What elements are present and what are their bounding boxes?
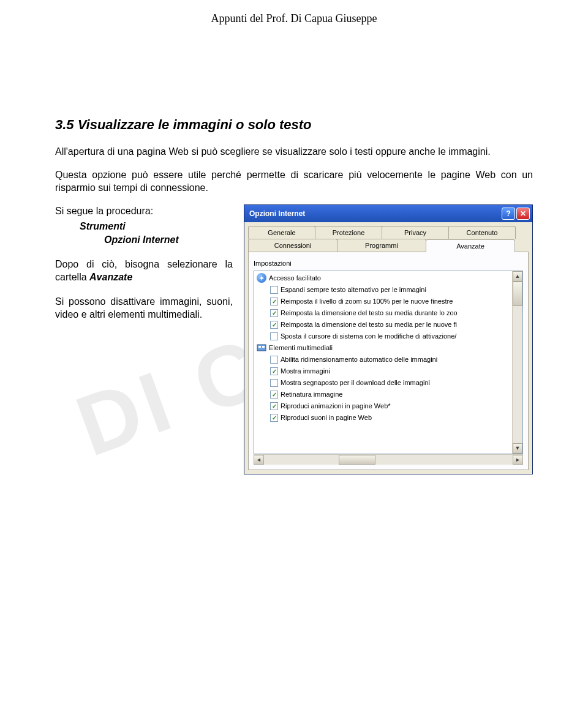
- tree-item[interactable]: Abilita ridimensionamento automatico del…: [254, 354, 512, 365]
- checkbox[interactable]: ✓: [270, 309, 278, 317]
- tree-group: ✦Accesso facilitato: [254, 272, 512, 284]
- tree-item-label: Mostra segnaposto per il download delle …: [281, 379, 430, 386]
- procedure-menu-2: Opzioni Internet: [55, 233, 233, 247]
- tree-item-label: Riproduci suoni in pagine Web: [281, 414, 372, 421]
- dialog-titlebar[interactable]: Opzioni Internet ? ✕: [244, 205, 532, 222]
- internet-options-dialog: Opzioni Internet ? ✕ Generale Protezione…: [244, 204, 533, 474]
- settings-listbox[interactable]: ✦Accesso facilitatoEspandi sempre testo …: [254, 271, 523, 454]
- tree-item-label: Sposta il cursore di sistema con le modi…: [281, 332, 456, 340]
- tree-group: Elementi multimediali: [254, 342, 512, 354]
- step-3: Si possono disattivare immagini, suoni, …: [55, 295, 233, 321]
- checkbox[interactable]: [270, 356, 278, 364]
- multimedia-icon: [257, 343, 266, 353]
- hscroll-thumb[interactable]: [339, 455, 375, 465]
- tab-protezione[interactable]: Protezione: [315, 226, 382, 239]
- tree-item-label: Riproduci animazioni in pagine Web*: [281, 402, 391, 410]
- scroll-left-button[interactable]: ◄: [254, 455, 264, 465]
- svg-rect-2: [262, 346, 265, 348]
- procedure-intro: Si segue la procedura:: [55, 204, 233, 218]
- vertical-scrollbar[interactable]: ▲ ▼: [512, 271, 522, 454]
- checkbox[interactable]: ✓: [270, 391, 278, 399]
- checkbox[interactable]: ✓: [270, 298, 278, 305]
- scroll-down-button[interactable]: ▼: [513, 443, 522, 454]
- tree-item[interactable]: ✓Reimposta la dimensione del testo su me…: [254, 307, 512, 319]
- step-2-bold: Avanzate: [89, 272, 132, 282]
- paragraph-2: Questa opzione può essere utile perché p…: [55, 168, 533, 195]
- tab-strip: Generale Protezione Privacy Contenuto Co…: [244, 222, 532, 252]
- accessibility-icon: ✦: [257, 273, 266, 283]
- checkbox[interactable]: ✓: [270, 414, 278, 422]
- procedure-menu-1: Strumenti: [55, 220, 233, 233]
- tab-privacy[interactable]: Privacy: [382, 226, 449, 239]
- tree-item-label: Reimposta il livello di zoom su 100% per…: [281, 298, 453, 305]
- step-2-text: Dopo di ciò, bisogna selezionare la cart…: [55, 259, 233, 283]
- tree-item[interactable]: Espandi sempre testo alternativo per le …: [254, 284, 512, 296]
- horizontal-scrollbar[interactable]: ◄ ►: [254, 454, 523, 465]
- svg-rect-1: [258, 346, 261, 348]
- checkbox[interactable]: ✓: [270, 367, 278, 375]
- tab-contenuto[interactable]: Contenuto: [448, 226, 516, 239]
- scroll-up-button[interactable]: ▲: [513, 271, 522, 282]
- tab-generale[interactable]: Generale: [248, 226, 315, 239]
- checkbox[interactable]: [270, 332, 278, 340]
- scroll-right-button[interactable]: ►: [513, 455, 523, 465]
- close-button[interactable]: ✕: [516, 208, 530, 220]
- help-button[interactable]: ?: [502, 208, 515, 220]
- page-header: Appunti del Prof. Di Capua Giuseppe: [0, 0, 588, 25]
- dialog-title: Opzioni Internet: [249, 209, 305, 218]
- section-title: 3.5 Visualizzare le immagini o solo test…: [55, 117, 533, 133]
- tab-connessioni[interactable]: Connessioni: [248, 239, 337, 252]
- settings-group-label: Impostazioni: [254, 260, 523, 267]
- tree-group-label: Accesso facilitato: [269, 274, 321, 282]
- step-2: Dopo di ciò, bisogna selezionare la cart…: [55, 258, 233, 284]
- tree-item-label: Retinatura immagine: [281, 391, 343, 398]
- tree-item[interactable]: Sposta il cursore di sistema con le modi…: [254, 331, 512, 342]
- checkbox[interactable]: ✓: [270, 321, 278, 329]
- checkbox[interactable]: ✓: [270, 402, 278, 410]
- tree-item-label: Mostra immagini: [281, 367, 330, 375]
- tab-programmi[interactable]: Programmi: [337, 239, 426, 252]
- tab-avanzate[interactable]: Avanzate: [426, 239, 515, 252]
- tree-item[interactable]: ✓Riproduci suoni in pagine Web: [254, 412, 512, 424]
- tab-panel-avanzate: Impostazioni ✦Accesso facilitatoEspandi …: [248, 252, 529, 470]
- checkbox[interactable]: [270, 379, 278, 387]
- tree-item-label: Espandi sempre testo alternativo per le …: [281, 286, 426, 293]
- tree-item[interactable]: ✓Riproduci animazioni in pagine Web*: [254, 400, 512, 412]
- tree-item[interactable]: ✓Mostra immagini: [254, 365, 512, 377]
- tree-group-label: Elementi multimediali: [269, 344, 333, 351]
- checkbox[interactable]: [270, 286, 278, 294]
- tree-item[interactable]: ✓Reimposta la dimensione del testo su me…: [254, 319, 512, 331]
- tree-item[interactable]: ✓Reimposta il livello di zoom su 100% pe…: [254, 296, 512, 307]
- paragraph-1: All'apertura di una pagina Web si può sc…: [55, 145, 533, 159]
- scroll-thumb[interactable]: [513, 282, 522, 306]
- tree-item-label: Abilita ridimensionamento automatico del…: [281, 356, 437, 363]
- tree-item-label: Reimposta la dimensione del testo su med…: [281, 321, 457, 328]
- tree-item[interactable]: ✓Retinatura immagine: [254, 389, 512, 400]
- tree-item[interactable]: Mostra segnaposto per il download delle …: [254, 377, 512, 389]
- tree-item-label: Reimposta la dimensione del testo su med…: [281, 309, 458, 316]
